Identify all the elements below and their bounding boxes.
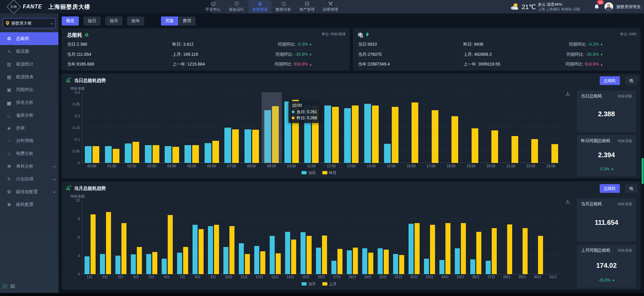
bar-group-8日[interactable]	[190, 200, 206, 274]
period-tab-按年[interactable]: 按年	[127, 16, 144, 26]
sidebar-item-energy-flow[interactable]: ∿能流图	[0, 45, 58, 58]
bar-group-08:00[interactable]	[242, 92, 262, 163]
nav-item-ops[interactable]: 运维管理	[319, 0, 342, 13]
bar-group-24日[interactable]	[437, 200, 453, 274]
bar-group-31日[interactable]	[545, 200, 561, 274]
sidebar-item-time-of-use[interactable]: ◔分时用电	[0, 134, 58, 147]
chart-toggle-电[interactable]: 电	[625, 76, 637, 85]
chart-toggle-电[interactable]: 电	[625, 184, 637, 193]
type-tab-用量[interactable]: 用量	[161, 16, 178, 26]
bar-group-18:00[interactable]	[441, 92, 461, 163]
bar-group-3日[interactable]	[113, 200, 128, 274]
sidebar-item-energy-config[interactable]: ✖能耗配置	[0, 198, 58, 211]
bar-group-14:00[interactable]	[361, 92, 381, 163]
bar-group-01:00[interactable]	[102, 92, 122, 163]
period-tab-按日[interactable]: 按日	[84, 16, 101, 26]
bar-group-16:00[interactable]	[401, 92, 421, 163]
bar-group-13日[interactable]	[267, 200, 283, 274]
download-icon[interactable]	[565, 199, 570, 205]
sidebar-item-cost-analysis[interactable]: ⌂电费分析	[0, 147, 58, 160]
sidebar-item-carbon-config[interactable]: ✿碳排放配置	[0, 185, 58, 198]
grid-dots-icon[interactable]	[3, 284, 7, 288]
user-name[interactable]: 丽婴房管理员	[616, 4, 641, 10]
nav-item-security[interactable]: 安全运行	[225, 0, 248, 13]
bar-group-09:00[interactable]	[262, 92, 281, 163]
legend-item-昨日[interactable]: 昨日	[322, 170, 336, 175]
bar-group-2日[interactable]	[98, 200, 113, 274]
nav-item-platform[interactable]: 平台中心	[201, 0, 225, 13]
bar-group-21:00[interactable]	[501, 92, 521, 163]
bar-group-10日[interactable]	[221, 200, 236, 274]
bar-group-05:00[interactable]	[182, 92, 202, 163]
sidebar-item-total-energy[interactable]: ♻总能耗	[0, 32, 58, 45]
bar-group-03:00[interactable]	[142, 92, 162, 163]
bar-group-4日[interactable]	[128, 200, 144, 274]
bar-group-07:00[interactable]	[222, 92, 241, 163]
bar-group-7日[interactable]	[175, 200, 190, 274]
bar-group-12:00[interactable]	[321, 92, 341, 163]
bar-group-15日[interactable]	[298, 200, 314, 274]
bar-group-00:00[interactable]	[82, 92, 102, 163]
nav-item-asset[interactable]: 资产管理	[295, 0, 319, 13]
bar-group-14日[interactable]	[283, 200, 298, 274]
bar-group-23日[interactable]	[422, 200, 437, 274]
bar-group-28日[interactable]	[499, 200, 515, 274]
nav-item-data[interactable]: 数据分析	[272, 0, 295, 13]
bar-group-22:00[interactable]	[521, 92, 541, 163]
bar-group-16日[interactable]	[314, 200, 329, 274]
bar-group-10:00[interactable]	[282, 92, 302, 163]
sidebar-item-plan-actual[interactable]: ✎计划实绩	[0, 173, 58, 185]
bar-group-15:00[interactable]	[381, 92, 401, 163]
bar-group-25日[interactable]	[453, 200, 468, 274]
bar-group-19日[interactable]	[360, 200, 376, 274]
user-avatar[interactable]	[604, 2, 613, 11]
sidebar-item-meter-reading[interactable]: ◈抄表	[0, 122, 58, 134]
bar-group-13:00[interactable]	[341, 92, 361, 163]
sidebar-item-ranking-analysis[interactable]: ▅排名分析	[0, 96, 58, 109]
bar-group-18日[interactable]	[345, 200, 360, 274]
sidebar-item-deviation-analysis[interactable]: ∟偏差分析	[0, 109, 58, 122]
bar-group-1日[interactable]	[82, 200, 98, 274]
type-tab-费用[interactable]: 费用	[178, 16, 196, 26]
bar-group-5日[interactable]	[144, 200, 159, 274]
panel-value: 111.654	[581, 219, 632, 226]
bar-group-30日[interactable]	[530, 200, 545, 274]
bar-group-06:00[interactable]	[202, 92, 222, 163]
list-toggle-icon[interactable]	[10, 285, 15, 288]
download-icon[interactable]	[565, 91, 570, 97]
sidebar-item-period-compare[interactable]: ▣同期对比	[0, 83, 58, 96]
building-selector[interactable]: 丽婴房大楼	[3, 18, 56, 28]
sidebar-item-energy-report[interactable]: ▦能源报表	[0, 71, 58, 83]
sidebar-item-energy-stats[interactable]: ▥能源统计	[0, 58, 58, 71]
bar-group-27日[interactable]	[484, 200, 499, 274]
bar-group-11日[interactable]	[236, 200, 252, 274]
chart-toggle-总能耗[interactable]: 总能耗	[600, 76, 620, 85]
bar-group-02:00[interactable]	[122, 92, 142, 163]
nav-item-energy[interactable]: ♻智慧能源	[248, 0, 272, 13]
bar-group-17日[interactable]	[329, 200, 345, 274]
bar-group-20日[interactable]	[376, 200, 391, 274]
bar-group-21日[interactable]	[391, 200, 407, 274]
period-tab-按月[interactable]: 按月	[105, 16, 122, 26]
period-tab-概览[interactable]: 概览	[62, 16, 79, 26]
bar-group-9日[interactable]	[206, 200, 221, 274]
chart-toggle-总能耗[interactable]: 总能耗	[600, 184, 620, 193]
bar-group-6日[interactable]	[159, 200, 175, 274]
bar-group-04:00[interactable]	[162, 92, 182, 163]
bar-group-19:00[interactable]	[461, 92, 481, 163]
bar-group-26日[interactable]	[468, 200, 484, 274]
notifications-button[interactable]: 11	[592, 2, 601, 11]
legend-item-当月[interactable]: 当月	[302, 282, 316, 287]
bar-group-29日[interactable]	[515, 200, 530, 274]
bar-当月	[362, 248, 367, 274]
sidebar-item-unit-consumption[interactable]: ❋单耗分析	[0, 160, 58, 173]
bar-group-23:00[interactable]	[541, 92, 560, 163]
bar-group-12日[interactable]	[252, 200, 267, 274]
scrollbar-thumb[interactable]	[642, 158, 644, 184]
bar-group-22日[interactable]	[407, 200, 422, 274]
bar-group-11:00[interactable]	[302, 92, 321, 163]
legend-item-上月[interactable]: 上月	[322, 282, 336, 287]
bar-group-17:00[interactable]	[421, 92, 441, 163]
bar-group-20:00[interactable]	[481, 92, 501, 163]
legend-item-当日[interactable]: 当日	[302, 170, 316, 175]
